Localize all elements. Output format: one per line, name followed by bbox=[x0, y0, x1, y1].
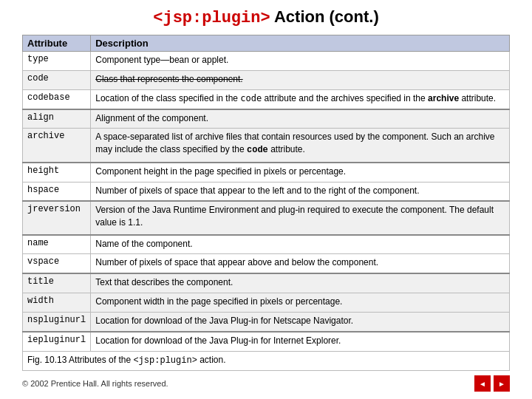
attr-cell: type bbox=[23, 52, 91, 71]
page-title: <jsp:plugin> Action (cont.) bbox=[22, 7, 510, 27]
attr-cell: height bbox=[23, 163, 91, 182]
table-row: nameName of the component. bbox=[23, 235, 510, 254]
desc-cell: Location for download of the Java Plug-i… bbox=[91, 332, 510, 351]
table-row: heightComponent height in the page speci… bbox=[23, 163, 510, 182]
attr-cell: width bbox=[23, 293, 91, 313]
table-row: iepluginurlLocation for download of the … bbox=[23, 332, 510, 351]
table-row: codeClass that represents the component. bbox=[23, 70, 510, 89]
table-row: titleText that describes the component. bbox=[23, 273, 510, 293]
attr-cell: vspace bbox=[23, 254, 91, 273]
next-button[interactable]: ► bbox=[494, 375, 510, 392]
table-row: widthComponent width in the page specifi… bbox=[23, 293, 510, 313]
attr-cell: iepluginurl bbox=[23, 332, 91, 351]
nav-buttons: ◄ ► bbox=[474, 375, 510, 392]
table-row: vspaceNumber of pixels of space that app… bbox=[23, 254, 510, 273]
prev-button[interactable]: ◄ bbox=[474, 375, 491, 392]
attr-cell: align bbox=[23, 109, 91, 129]
copyright-text: © 2002 Prentice Hall. All rights reserve… bbox=[22, 379, 168, 388]
desc-cell: Name of the component. bbox=[91, 235, 510, 254]
col-attribute: Attribute bbox=[23, 35, 91, 52]
table-row: archiveA space-separated list of archive… bbox=[23, 129, 510, 163]
table-row: hspaceNumber of pixels of space that app… bbox=[23, 182, 510, 201]
page: <jsp:plugin> Action (cont.) Attribute De… bbox=[0, 0, 532, 399]
attributes-table: Attribute Description typeComponent type… bbox=[22, 35, 510, 371]
attr-cell: title bbox=[23, 273, 91, 293]
title-tag: <jsp:plugin> bbox=[153, 9, 270, 27]
table-row: nspluginurlLocation for download of the … bbox=[23, 313, 510, 332]
desc-cell: Number of pixels of space that appear to… bbox=[91, 182, 510, 201]
desc-cell: Number of pixels of space that appear ab… bbox=[91, 254, 510, 273]
attr-cell: code bbox=[23, 70, 91, 89]
caption-row: Fig. 10.13 Attributes of the <jsp:plugin… bbox=[23, 351, 510, 370]
attr-cell: codebase bbox=[23, 89, 91, 109]
desc-cell: Component height in the page specified i… bbox=[91, 163, 510, 182]
caption-cell: Fig. 10.13 Attributes of the <jsp:plugin… bbox=[23, 351, 510, 370]
attr-cell: nspluginurl bbox=[23, 313, 91, 332]
table-row: jreversionVersion of the Java Runtime En… bbox=[23, 201, 510, 234]
desc-cell: Component type—bean or applet. bbox=[91, 52, 510, 71]
desc-cell: Text that describes the component. bbox=[91, 273, 510, 293]
desc-cell: Version of the Java Runtime Environment … bbox=[91, 201, 510, 234]
attr-cell: hspace bbox=[23, 182, 91, 201]
attr-cell: name bbox=[23, 235, 91, 254]
table-row: alignAlignment of the component. bbox=[23, 109, 510, 129]
desc-cell: A space-separated list of archive files … bbox=[91, 129, 510, 163]
desc-cell: Component width in the page specified in… bbox=[91, 293, 510, 313]
col-description: Description bbox=[91, 35, 510, 52]
desc-cell: Location for download of the Java Plug-i… bbox=[91, 313, 510, 332]
table-row: codebaseLocation of the class specified … bbox=[23, 89, 510, 109]
attr-cell: jreversion bbox=[23, 201, 91, 234]
title-rest: Action (cont.) bbox=[270, 7, 379, 26]
table-row: typeComponent type—bean or applet. bbox=[23, 52, 510, 71]
desc-cell: Class that represents the component. bbox=[91, 70, 510, 89]
attr-cell: archive bbox=[23, 129, 91, 163]
footer: © 2002 Prentice Hall. All rights reserve… bbox=[22, 371, 510, 392]
desc-cell: Location of the class specified in the c… bbox=[91, 89, 510, 109]
desc-cell: Alignment of the component. bbox=[91, 109, 510, 129]
table-header-row: Attribute Description bbox=[23, 35, 510, 52]
